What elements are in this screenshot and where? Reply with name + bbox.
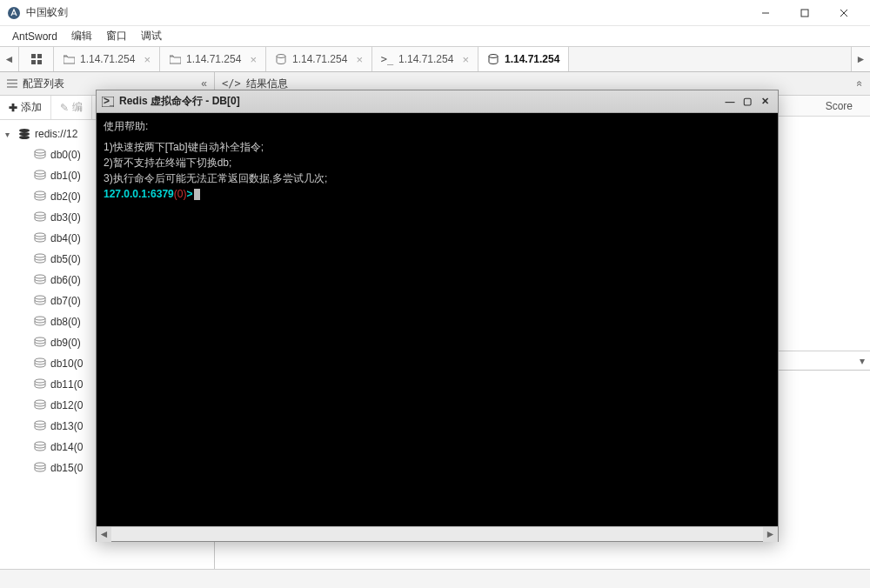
plus-icon: ✚ [9, 102, 17, 114]
tab-0[interactable]: 1.14.71.254 × [54, 47, 160, 71]
database-icon [33, 378, 47, 391]
tab-4[interactable]: 1.14.71.254 [478, 47, 569, 71]
list-icon [7, 79, 17, 88]
database-icon [33, 420, 47, 432]
svg-point-27 [35, 358, 45, 362]
svg-point-17 [35, 150, 45, 153]
window-maximize-button[interactable] [785, 0, 824, 26]
svg-point-26 [35, 337, 45, 341]
menu-antsword[interactable]: AntSword [5, 28, 64, 45]
redis-terminal-window: >_ Redis 虚拟命令行 - DB[0] — ▢ ✕ 使用帮助: 1)快速按… [96, 90, 779, 542]
terminal-body[interactable]: 使用帮助: 1)快速按两下[Tab]键自动补全指令; 2)暂不支持在终端下切换d… [97, 113, 778, 526]
scroll-right-icon[interactable]: ► [763, 527, 778, 542]
tab-1[interactable]: 1.14.71.254 × [160, 47, 266, 71]
menu-debug[interactable]: 调试 [134, 26, 169, 46]
modal-titlebar[interactable]: >_ Redis 虚拟命令行 - DB[0] — ▢ ✕ [97, 90, 778, 113]
tab-label: 1.14.71.254 [398, 53, 453, 65]
database-icon [33, 337, 47, 349]
db-tree-item-label: db4(0) [50, 232, 81, 244]
svg-point-32 [35, 463, 45, 466]
db-tree-item-label: db7(0) [50, 295, 81, 307]
svg-rect-6 [37, 54, 42, 58]
panel-collapse-up-icon[interactable]: « [854, 81, 867, 87]
database-icon [33, 232, 47, 244]
db-tree-item-label: db6(0) [50, 274, 81, 286]
modal-close-button[interactable]: ✕ [757, 95, 773, 109]
terminal-prompt-line: 127.0.0.1:6379(0)> [104, 186, 771, 202]
modal-minimize-button[interactable]: — [722, 95, 738, 109]
db-tree-item-label: db13(0 [50, 420, 83, 432]
menubar: AntSword 编辑 窗口 调试 [0, 26, 870, 47]
svg-point-18 [35, 170, 45, 174]
terminal-help-header: 使用帮助: [104, 118, 771, 134]
svg-point-20 [35, 212, 45, 216]
svg-rect-2 [801, 10, 808, 17]
folder-icon [63, 53, 75, 65]
database-icon [33, 399, 47, 411]
modal-horizontal-scrollbar[interactable]: ◄ ► [97, 526, 778, 541]
svg-point-21 [35, 233, 45, 237]
result-col-score[interactable]: Score [817, 100, 870, 112]
tab-close-icon[interactable]: × [144, 53, 151, 66]
grid-icon [30, 53, 43, 65]
terminal-icon: >_ [102, 97, 114, 107]
svg-text:>_: >_ [104, 97, 114, 107]
database-icon [33, 170, 47, 182]
tab-3[interactable]: >_ 1.14.71.254 × [372, 47, 478, 71]
edit-button[interactable]: ✎ 编 [51, 96, 92, 119]
edit-button-label: 编 [72, 100, 83, 115]
panel-collapse-icon[interactable]: « [201, 77, 207, 90]
db-tree-item-label: db1(0) [50, 170, 81, 182]
database-icon [33, 295, 47, 307]
tabs-scroll-right[interactable]: ► [851, 47, 870, 71]
svg-rect-5 [31, 54, 36, 58]
menu-edit[interactable]: 编辑 [64, 26, 99, 46]
terminal-icon: >_ [381, 53, 393, 65]
database-icon [33, 441, 47, 453]
menu-window[interactable]: 窗口 [99, 26, 134, 46]
tab-label: 1.14.71.254 [186, 53, 241, 65]
tabstrip: ◄ 1.14.71.254 × 1.14.71.254 × 1.14.71.25… [0, 47, 870, 72]
folder-icon [169, 53, 181, 65]
scroll-left-icon[interactable]: ◄ [97, 527, 111, 542]
tab-close-icon[interactable]: × [250, 53, 257, 66]
database-icon [33, 253, 47, 265]
db-tree-item-label: db12(0 [50, 399, 83, 411]
database-icon [33, 211, 47, 224]
database-icon [33, 357, 47, 370]
db-tree-item-label: db15(0 [50, 462, 83, 474]
tab-close-icon[interactable]: × [462, 53, 469, 66]
tab-2[interactable]: 1.14.71.254 × [266, 47, 372, 71]
database-icon [33, 149, 47, 161]
window-minimize-button[interactable] [746, 0, 785, 26]
prompt-db: (0) [174, 188, 187, 200]
db-tree-item-label: db9(0) [50, 337, 81, 349]
database-icon [33, 316, 47, 328]
terminal-cursor [194, 189, 200, 200]
tabs-scroll-left[interactable]: ◄ [0, 47, 19, 71]
svg-point-16 [19, 136, 30, 139]
tree-root-label: redis://12 [35, 128, 77, 140]
terminal-help-line: 1)快速按两下[Tab]键自动补全指令; [104, 139, 771, 155]
modal-maximize-button[interactable]: ▢ [740, 95, 755, 109]
prompt-host: 127.0.0.1:6379 [104, 188, 174, 200]
home-tab[interactable] [19, 47, 54, 71]
modal-title: Redis 虚拟命令行 - DB[0] [119, 94, 240, 109]
svg-point-22 [35, 254, 45, 257]
tab-close-icon[interactable]: × [356, 53, 363, 66]
svg-point-9 [277, 55, 285, 58]
result-panel-title: 结果信息 [246, 77, 288, 91]
twisty-open-icon[interactable]: ▾ [5, 130, 14, 139]
db-tree-item-label: db8(0) [50, 316, 81, 328]
database-icon [487, 53, 499, 65]
svg-point-24 [35, 296, 45, 299]
svg-rect-7 [31, 60, 36, 64]
svg-point-28 [35, 379, 45, 383]
database-icon [33, 462, 47, 474]
svg-point-31 [35, 442, 45, 445]
database-icon [33, 274, 47, 286]
add-button[interactable]: ✚ 添加 [0, 96, 51, 119]
svg-point-29 [35, 400, 45, 404]
window-close-button[interactable] [824, 0, 863, 26]
svg-point-15 [19, 132, 30, 136]
